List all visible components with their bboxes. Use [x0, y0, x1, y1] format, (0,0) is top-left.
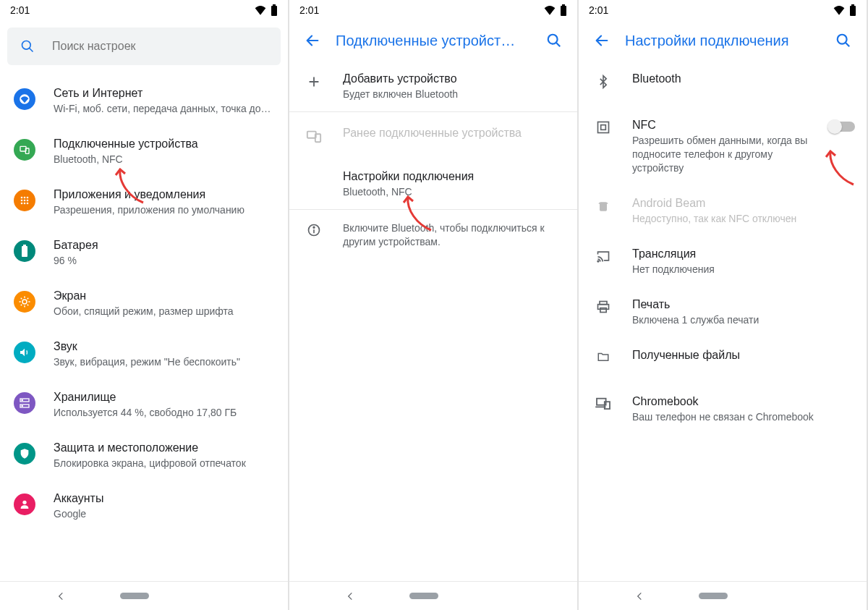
settings-item-security[interactable]: Защита и местоположение Блокировка экран…	[0, 430, 288, 480]
connected-devices-pane: 2:01 Подключенные устройст… Добавить уст…	[289, 0, 579, 610]
info-text: Включите Bluetooth, чтобы подключиться к…	[343, 221, 564, 249]
page-title: Настройки подключения	[619, 33, 826, 49]
settings-item-sound[interactable]: Звук Звук, вибрация, режим "Не беспокоит…	[0, 329, 288, 379]
svg-point-17	[22, 300, 27, 304]
search-button[interactable]	[826, 23, 861, 58]
shield-circle-icon	[14, 443, 35, 465]
item-title: Полученные файлы	[632, 347, 855, 363]
previously-connected[interactable]: Ранее подключенные устройства	[289, 112, 577, 158]
svg-rect-24	[562, 4, 565, 6]
status-time: 2:01	[589, 4, 608, 16]
item-subtitle: 96 %	[54, 254, 276, 268]
svg-point-9	[21, 200, 23, 202]
info-icon	[302, 221, 326, 249]
settings-item-battery[interactable]: Батарея 96 %	[0, 227, 288, 278]
navigation-bar	[289, 581, 577, 610]
svg-point-11	[27, 200, 29, 202]
home-pill[interactable]	[409, 593, 438, 599]
page-title: Подключенные устройст…	[330, 33, 537, 49]
back-nav-icon[interactable]	[634, 591, 644, 601]
item-title: Android Beam	[632, 195, 855, 211]
settings-item-connected-devices[interactable]: Подключенные устройства Bluetooth, NFC	[0, 126, 288, 177]
pref-cast[interactable]: Трансляция Нет подключения	[579, 236, 867, 287]
settings-item-accounts[interactable]: Аккаунты Google	[0, 480, 288, 531]
svg-point-21	[22, 405, 22, 406]
item-subtitle: Недоступно, так как NFC отключен	[632, 212, 855, 226]
pair-new-device[interactable]: Добавить устройство Будет включен Blueto…	[289, 61, 577, 111]
back-nav-icon[interactable]	[345, 591, 355, 601]
search-input[interactable]	[52, 40, 268, 53]
pref-received-files[interactable]: Полученные файлы	[579, 337, 867, 384]
wifi-circle-icon	[14, 88, 35, 110]
item-title: Трансляция	[632, 246, 855, 262]
item-title: Bluetooth	[632, 71, 855, 87]
pref-chromebook[interactable]: Chromebook Ваш телефон не связан с Chrom…	[579, 384, 867, 434]
svg-line-35	[846, 43, 850, 47]
storage-circle-icon	[14, 392, 35, 414]
svg-point-12	[21, 203, 23, 205]
item-title: Защита и местоположение	[54, 440, 276, 456]
navigation-bar	[0, 581, 288, 610]
svg-point-38	[597, 260, 599, 262]
item-title: Аккаунты	[54, 491, 276, 507]
item-subtitle: Используется 44 %, свободно 17,80 ГБ	[54, 406, 276, 420]
item-subtitle: Google	[54, 507, 276, 521]
svg-point-25	[548, 35, 558, 44]
app-bar: Подключенные устройст…	[289, 20, 577, 61]
item-title: Chromebook	[632, 394, 855, 410]
item-subtitle: Звук, вибрация, режим "Не беспокоить"	[54, 355, 276, 369]
nfc-toggle[interactable]	[829, 122, 855, 132]
item-subtitle: Разрешения, приложения по умолчанию	[54, 203, 276, 217]
svg-rect-16	[23, 245, 26, 246]
item-title: Батарея	[54, 237, 276, 253]
back-button[interactable]	[584, 23, 619, 58]
item-title: Настройки подключения	[343, 169, 566, 185]
settings-item-network[interactable]: Сеть и Интернет Wi-Fi, моб. сети, переда…	[0, 75, 288, 126]
item-title: Хранилище	[54, 389, 276, 405]
back-button[interactable]	[295, 23, 330, 58]
svg-point-34	[838, 35, 847, 44]
settings-item-storage[interactable]: Хранилище Используется 44 %, свободно 17…	[0, 379, 288, 430]
settings-item-apps[interactable]: Приложения и уведомления Разрешения, при…	[0, 177, 288, 227]
search-bar[interactable]	[7, 27, 281, 65]
connection-preferences[interactable]: Настройки подключения Bluetooth, NFC	[289, 158, 577, 209]
pref-print[interactable]: Печать Включена 1 служба печати	[579, 287, 867, 337]
devices-icon	[302, 125, 326, 144]
pref-android-beam: Android Beam Недоступно, так как NFC отк…	[579, 185, 867, 236]
wifi-icon	[544, 5, 556, 15]
account-circle-icon	[14, 493, 35, 515]
svg-point-22	[22, 501, 26, 504]
home-pill[interactable]	[120, 593, 149, 599]
folder-icon	[592, 347, 615, 363]
item-subtitle: Нет подключения	[632, 263, 855, 276]
item-title: Приложения и уведомления	[54, 187, 276, 203]
item-subtitle: Обои, спящий режим, размер шрифта	[54, 305, 276, 318]
svg-point-13	[24, 203, 26, 205]
svg-rect-36	[598, 122, 609, 133]
plus-icon	[302, 71, 326, 90]
chromebook-icon	[592, 394, 615, 410]
battery-icon	[560, 4, 567, 16]
item-title: Звук	[54, 339, 276, 355]
svg-point-31	[313, 226, 315, 228]
devices-circle-icon	[14, 139, 35, 161]
search-button[interactable]	[537, 23, 571, 58]
svg-point-10	[24, 200, 26, 202]
pref-bluetooth[interactable]: Bluetooth	[579, 61, 867, 107]
item-subtitle: Bluetooth, NFC	[343, 185, 566, 199]
connection-prefs-pane: 2:01 Настройки подключения Bluetooth NFC…	[579, 0, 868, 610]
back-nav-icon[interactable]	[56, 591, 66, 601]
svg-rect-33	[851, 4, 854, 6]
item-subtitle: Включена 1 служба печати	[632, 313, 855, 327]
item-subtitle: Ваш телефон не связан с Chromebook	[632, 410, 855, 424]
bluetooth-icon	[592, 71, 615, 90]
svg-rect-23	[561, 6, 566, 16]
svg-point-2	[22, 41, 31, 50]
pref-nfc[interactable]: NFC Разрешить обмен данными, когда вы по…	[579, 107, 867, 185]
info-row: Включите Bluetooth, чтобы подключиться к…	[289, 210, 577, 260]
wifi-icon	[255, 5, 266, 15]
item-title: Сеть и Интернет	[54, 85, 276, 101]
navigation-bar	[579, 581, 867, 610]
home-pill[interactable]	[699, 593, 728, 599]
settings-item-display[interactable]: Экран Обои, спящий режим, размер шрифта	[0, 278, 288, 329]
